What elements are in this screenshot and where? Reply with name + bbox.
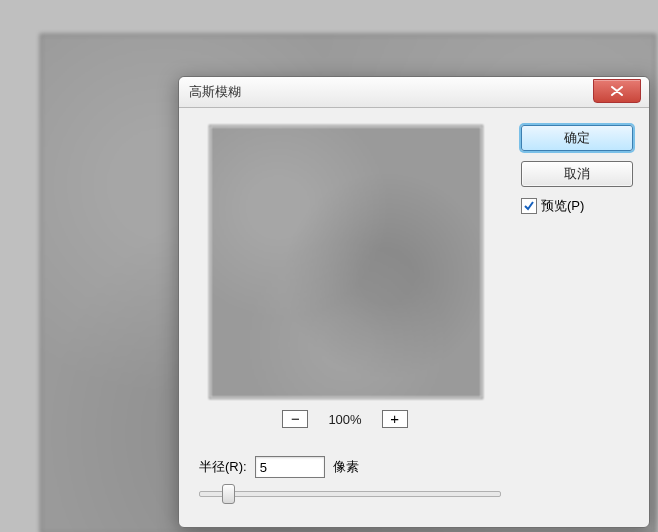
- close-icon: [611, 86, 623, 96]
- ok-button[interactable]: 确定: [521, 125, 633, 151]
- slider-track: [199, 491, 501, 497]
- slider-thumb[interactable]: [222, 484, 235, 504]
- radius-slider[interactable]: [199, 483, 499, 503]
- radius-label: 半径(R):: [199, 458, 247, 476]
- preview-checkbox-label: 预览(P): [541, 197, 584, 215]
- dialog-titlebar[interactable]: 高斯模糊: [179, 77, 649, 108]
- zoom-in-button[interactable]: +: [382, 410, 408, 428]
- close-button[interactable]: [593, 79, 641, 103]
- zoom-out-button[interactable]: −: [282, 410, 308, 428]
- radius-unit-label: 像素: [333, 458, 359, 476]
- radius-row: 半径(R): 像素: [199, 455, 499, 479]
- zoom-controls: − 100% +: [209, 407, 481, 431]
- dialog-right-column: 确定 取消 预览(P): [521, 125, 631, 215]
- zoom-level-label: 100%: [328, 412, 361, 427]
- preview-checkbox[interactable]: [521, 198, 537, 214]
- cancel-button[interactable]: 取消: [521, 161, 633, 187]
- dialog-body: − 100% + 半径(R): 像素 确定 取消 预览(P): [179, 107, 649, 527]
- preview-checkbox-row[interactable]: 预览(P): [521, 197, 631, 215]
- gaussian-blur-dialog: 高斯模糊 − 100% + 半径(R): 像素 确定 取消: [178, 76, 650, 528]
- effect-preview[interactable]: [209, 125, 483, 399]
- dialog-title: 高斯模糊: [189, 83, 241, 101]
- check-icon: [523, 200, 535, 212]
- radius-input[interactable]: [255, 456, 325, 478]
